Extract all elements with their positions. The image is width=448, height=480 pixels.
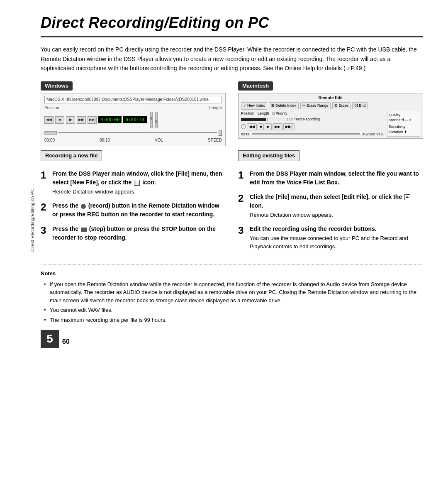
mac-time-label: 00:00 (241, 132, 251, 137)
note-item-3: The maximum recording time per file is 9… (44, 316, 423, 324)
mac-record-btn[interactable] (241, 124, 246, 129)
mac-new-index-btn[interactable]: ✓ New Index (241, 102, 267, 110)
time-display-1: 0:00:00 (98, 116, 122, 123)
page-title: Direct Recording/Editing on PC (41, 12, 423, 33)
notes-title: Notes (41, 270, 423, 277)
windows-path: MacOS X-III:Users:db001097:Documents:DSS… (44, 96, 222, 103)
step-num-1: 1 (41, 170, 49, 196)
mac-priority-label: □ Priority (273, 111, 287, 116)
mac-erase-range-btn[interactable]: ✂ Erase Range (300, 102, 331, 109)
mac-quality-value: Standard (389, 118, 404, 123)
edit-step-num-1: 1 (238, 170, 246, 187)
editing-step-1: 1 From the DSS Player main window, selec… (238, 169, 423, 187)
ffwd-btn[interactable]: ▶▶ (77, 116, 86, 124)
note-item-2: You cannot edit WAV files. (44, 306, 423, 314)
edit-file-icon: ✏ (404, 194, 410, 200)
mac-toolbar: ✓ New Index 🗑 Delete Index ✂ Erase Range… (241, 102, 420, 110)
notes-section: Notes If you open the Remote Dictation w… (41, 270, 423, 324)
step-1-content: From the DSS Player main window, click t… (52, 169, 226, 196)
mac-stop-btn2[interactable]: ■ (258, 123, 264, 130)
step-num-2: 2 (41, 202, 49, 219)
speed-label: SPEED (208, 137, 222, 143)
title-divider (41, 36, 423, 37)
position-label: Position (44, 105, 59, 111)
new-file-icon: 📄 (134, 180, 140, 186)
edit-step-1-content: From the DSS Player main window, select … (250, 169, 423, 187)
mac-ff-btn[interactable]: ▶▶ (273, 123, 282, 130)
mac-position-label: Position (241, 111, 254, 116)
stop-btn[interactable]: ■ (55, 116, 64, 124)
recording-steps: 1 From the DSS Player main window, click… (41, 169, 226, 248)
recording-section-label: Recording a new file (41, 150, 102, 161)
record-dot-icon (81, 204, 86, 209)
step-num-3: 3 (41, 225, 49, 242)
mac-insert-rec-label: □ Insert Recording (289, 117, 320, 122)
mac-vol-label: VOL (376, 132, 384, 137)
mac-end-btn[interactable]: ⏻ End (352, 102, 368, 109)
time-display-2: 0:00:14 (123, 116, 146, 123)
mac-delete-index-btn[interactable]: 🗑 Delete Index (269, 102, 299, 109)
mac-label: Macintosh (238, 81, 273, 91)
mac-section: Macintosh Remote Edit ✓ New Index 🗑 Dele… (238, 81, 423, 150)
mac-sensitivity-label: Sensitivity (389, 124, 419, 130)
time-bottom-2: 00:10 (100, 137, 110, 143)
rewind-btn[interactable]: ◀◀ (44, 116, 54, 124)
mac-device-label: DS2300 (361, 132, 375, 137)
editing-steps: 1 From the DSS Player main window, selec… (238, 169, 423, 257)
chapter-number: 5 (41, 330, 59, 348)
windows-screenshot: MacOS X-III:Users:db001097:Documents:DSS… (41, 93, 226, 146)
editing-section-label: Editing existing files (238, 150, 299, 161)
windows-section: Windows MacOS X-III:Users:db001097:Docum… (41, 81, 226, 150)
notes-list: If you open the Remote Dictation window … (41, 280, 423, 324)
length-label: Length (209, 105, 222, 111)
mac-ff2-btn[interactable]: ▶▶| (283, 123, 294, 130)
editing-step-3: 3 Edit the recording using the recorder … (238, 225, 423, 250)
recording-step-3: 3 Press the (stop) button or press the S… (41, 225, 226, 242)
step-3-content: Press the (stop) button or press the STO… (52, 225, 226, 242)
play-btn[interactable]: ▶ (66, 116, 75, 124)
time-bottom-1: 00:00 (44, 137, 55, 143)
recording-step-1: 1 From the DSS Player main window, click… (41, 169, 226, 196)
mac-erase-btn[interactable]: ⊠ Erase (332, 102, 351, 109)
page-number: 60 (62, 337, 70, 346)
mac-quality-label: Quality (389, 113, 419, 118)
mac-length-label: Length (258, 111, 269, 116)
notes-divider (41, 264, 423, 265)
mac-rw-btn[interactable]: ◀◀ (247, 123, 257, 130)
recording-step-2: 2 Press the (record) button in the Remot… (41, 201, 226, 219)
edit-step-2-content: Click the [File] menu, then select [Edit… (250, 193, 423, 219)
edit-step-num-2: 2 (238, 193, 246, 219)
windows-label: Windows (41, 81, 73, 91)
chapter-sidebar-label: Direct Recording/Editing on PC (29, 189, 36, 252)
note-item-1: If you open the Remote Dictation window … (44, 280, 423, 305)
vol-label: VOL (155, 137, 163, 143)
mac-sensitivity-value: Dictation (389, 130, 403, 135)
edit-step-num-3: 3 (238, 225, 246, 250)
mac-screenshot: Remote Edit ✓ New Index 🗑 Delete Index ✂… (238, 93, 423, 139)
end-btn[interactable]: ▶▶| (88, 116, 97, 124)
mac-play-btn2[interactable]: ▶ (265, 123, 272, 130)
mac-window-title: Remote Edit (241, 95, 420, 101)
intro-paragraph: You can easily record on the PC directly… (41, 45, 423, 73)
editing-step-2: 2 Click the [File] menu, then select [Ed… (238, 193, 423, 219)
step-2-content: Press the (record) button in the Remote … (52, 201, 226, 219)
edit-step-3-content: Edit the recording using the recorder bu… (250, 225, 423, 250)
stop-rect-icon (81, 228, 87, 232)
